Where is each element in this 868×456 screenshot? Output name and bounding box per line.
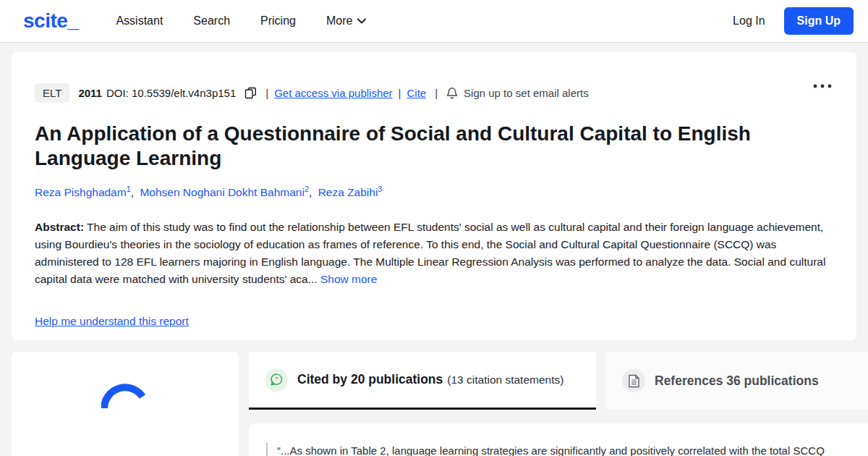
citation-statements-count: (13 citation statements) (447, 373, 563, 387)
nav-more[interactable]: More (326, 14, 366, 28)
citation-statement-card: “...As shown in Table 2, language learni… (249, 423, 868, 456)
copy-doi-button[interactable] (242, 87, 260, 99)
nav-pricing[interactable]: Pricing (260, 14, 296, 28)
references-document-icon (622, 369, 645, 392)
doi-text: DOI: 10.5539/elt.v4n3p151 (106, 87, 236, 99)
paper-summary-card: ELT 2011 DOI: 10.5539/elt.v4n3p151 | Get… (12, 52, 856, 340)
separator: , (309, 186, 312, 198)
bell-icon (446, 87, 458, 100)
journal-badge: ELT (35, 83, 69, 103)
header-actions: Log In Sign Up (733, 7, 854, 35)
citation-quote-icon: ” (265, 368, 288, 392)
copy-icon (244, 87, 257, 99)
citation-statement-quote: “...As shown in Table 2, language learni… (266, 443, 854, 456)
paper-meta-row: ELT 2011 DOI: 10.5539/elt.v4n3p151 | Get… (35, 83, 833, 103)
chevron-down-icon (357, 18, 366, 24)
author-affiliation-sup: 3 (378, 185, 382, 193)
separator: | (399, 87, 401, 99)
ellipsis-icon (813, 84, 832, 88)
separator: | (265, 87, 268, 99)
signup-button[interactable]: Sign Up (784, 7, 854, 35)
author-affiliation-sup: 1 (127, 185, 131, 193)
tab-references[interactable]: References 36 publications (606, 352, 868, 410)
cite-link[interactable]: Cite (407, 87, 426, 99)
nav-assistant[interactable]: Assistant (116, 14, 163, 28)
separator: , (131, 186, 134, 198)
help-understand-link[interactable]: Help me understand this report (35, 315, 189, 328)
citation-tally-card (12, 352, 239, 456)
tab-cited-by[interactable]: ” Cited by 20 publications (13 citation … (249, 352, 596, 410)
loading-spinner-icon (101, 381, 149, 428)
top-navigation-bar: scite_ Assistant Search Pricing More Log… (0, 0, 868, 43)
nav-search[interactable]: Search (193, 14, 230, 28)
overflow-menu-button[interactable] (809, 75, 836, 95)
main-nav: Assistant Search Pricing More (116, 14, 366, 28)
abstract-label: Abstract: (35, 221, 84, 233)
email-alerts-button[interactable]: Sign up to set email alerts (446, 87, 589, 100)
author-list: Reza Pishghadam1, Mohsen Noghani Dokht B… (35, 185, 833, 199)
author-link[interactable]: Mohsen Noghani Dokht Bahmani2 (140, 186, 309, 198)
get-access-link[interactable]: Get access via publisher (274, 87, 392, 99)
paper-title: An Application of a Questionnaire of Soc… (35, 122, 809, 171)
abstract-text: Abstract: The aim of this study was to f… (35, 219, 833, 288)
separator: | (435, 87, 438, 99)
show-more-link[interactable]: Show more (320, 273, 377, 285)
login-link[interactable]: Log In (733, 14, 765, 28)
references-label: References 36 publications (655, 373, 819, 389)
cited-by-label: Cited by 20 publications (297, 372, 443, 387)
publication-year: 2011 (78, 87, 102, 99)
scite-logo[interactable]: scite_ (23, 9, 78, 33)
svg-text:”: ” (275, 376, 278, 383)
author-link[interactable]: Reza Zabihi3 (318, 186, 383, 198)
author-link[interactable]: Reza Pishghadam1 (35, 186, 131, 198)
